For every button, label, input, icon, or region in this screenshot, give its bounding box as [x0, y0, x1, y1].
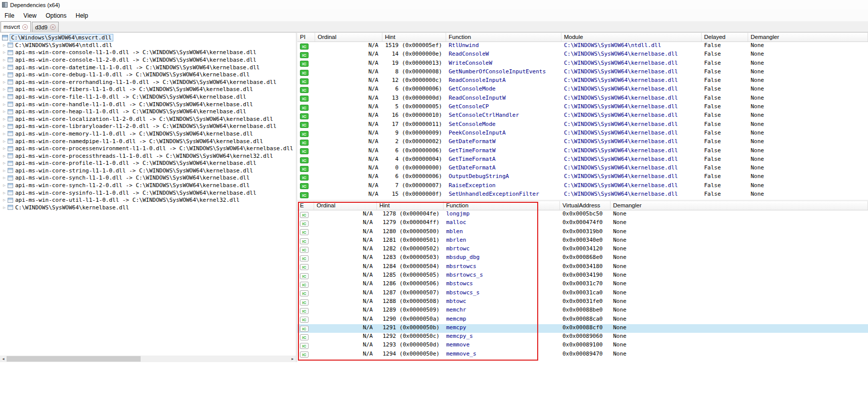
expander-icon[interactable]: ▷: [1, 58, 8, 62]
export-row[interactable]: ICN/A1287 (0x00000507)mbstowcs_s0x0x0003…: [297, 289, 868, 298]
expander-icon[interactable]: ▷: [1, 161, 8, 165]
import-row[interactable]: ICN/A19 (0x00000013)WriteConsoleWC:\WIND…: [297, 60, 868, 68]
tree-item[interactable]: ▷api-ms-win-core-datetime-l1-1-0.dll -> …: [0, 64, 296, 71]
expander-icon[interactable]: ▷: [1, 168, 8, 173]
tree-item[interactable]: ▷api-ms-win-core-handle-l1-1-0.dll -> C:…: [0, 101, 296, 108]
tree-item[interactable]: ▷C:\WINDOWS\SysWOW64\kernelbase.dll: [0, 204, 296, 211]
column-header-module[interactable]: Module: [561, 33, 702, 41]
tree-item[interactable]: ▷api-ms-win-core-string-l1-1-0.dll -> C:…: [0, 167, 296, 174]
import-row[interactable]: ICN/A5 (0x00000005)GetConsoleCPC:\WINDOW…: [297, 103, 868, 112]
tree-item[interactable]: ▷api-ms-win-core-namedpipe-l1-1-0.dll ->…: [0, 138, 296, 145]
expander-icon[interactable]: ▷: [1, 43, 8, 48]
column-header-ordinal[interactable]: Ordinal: [315, 33, 382, 41]
tree-item[interactable]: ▷api-ms-win-core-processthreads-l1-1-0.d…: [0, 152, 296, 160]
tree-item[interactable]: ▷api-ms-win-core-util-l1-1-0.dll -> C:\W…: [0, 196, 296, 204]
import-row[interactable]: ICN/A6 (0x00000006)OutputDebugStringAC:\…: [297, 173, 868, 182]
column-header-demangler[interactable]: Demangler: [748, 33, 868, 41]
tree-item[interactable]: ▷api-ms-win-core-debug-l1-1-0.dll -> C:\…: [0, 71, 296, 78]
export-row[interactable]: ICN/A1292 (0x0000050c)memcpy_s0x0x000890…: [297, 333, 868, 341]
tree-item[interactable]: ▷api-ms-win-core-memory-l1-1-0.dll -> C:…: [0, 130, 296, 138]
menu-item-help[interactable]: Help: [71, 10, 93, 21]
column-header-ordinal[interactable]: Ordinal: [314, 201, 377, 210]
expander-icon[interactable]: ▷: [1, 87, 8, 92]
import-row[interactable]: ICN/A15 (0x0000000f)SetUnhandledExceptio…: [297, 191, 868, 199]
tree-item[interactable]: ▷api-ms-win-core-heap-l1-1-0.dll -> C:\W…: [0, 108, 296, 115]
export-row[interactable]: ICN/A1281 (0x00000501)mbrlen0x0x000340e0…: [297, 237, 868, 245]
tree-item[interactable]: ▷api-ms-win-core-localization-l1-2-0.dll…: [0, 115, 296, 123]
expander-icon[interactable]: ▷: [1, 117, 8, 121]
import-row[interactable]: ICN/A6 (0x00000006)GetConsoleModeC:\WIND…: [297, 85, 868, 94]
column-header-function[interactable]: Function: [444, 201, 560, 210]
import-row[interactable]: ICN/A16 (0x00000010)SetConsoleCtrlHandle…: [297, 112, 868, 120]
menu-item-file[interactable]: File: [0, 10, 19, 21]
column-header-pi[interactable]: PI: [297, 33, 315, 41]
expander-icon[interactable]: ▷: [1, 80, 8, 84]
import-row[interactable]: ICN/A2 (0x00000002)GetDateFormatWC:\WIND…: [297, 138, 868, 147]
export-row[interactable]: ICN/A1285 (0x00000505)mbsrtowcs_s0x0x000…: [297, 272, 868, 280]
menu-item-view[interactable]: View: [19, 10, 41, 21]
tree-item[interactable]: ▷api-ms-win-core-fibers-l1-1-0.dll -> C:…: [0, 86, 296, 94]
export-row[interactable]: ICN/A1284 (0x00000504)mbsrtowcs0x0x00034…: [297, 263, 868, 272]
import-row[interactable]: ICN/A6 (0x00000006)GetTimeFormatWC:\WIND…: [297, 147, 868, 156]
column-header-hint[interactable]: Hint: [382, 33, 446, 41]
expander-icon[interactable]: ▷: [1, 72, 8, 77]
export-row[interactable]: ICN/A1291 (0x0000050b)memcpy0x0x00088cf0…: [297, 324, 868, 333]
tree-item[interactable]: ▷C:\WINDOWS\SysWOW64\ntdll.dll: [0, 41, 296, 49]
import-row[interactable]: ICN/A9 (0x00000009)PeekConsoleInputAC:\W…: [297, 129, 868, 138]
export-row[interactable]: ICN/A1290 (0x0000050a)memcmp0x0x00088ca0…: [297, 316, 868, 324]
tab-close-icon[interactable]: ×: [22, 24, 28, 30]
import-row[interactable]: ICN/A0 (0x00000000)GetDateFormatAC:\WIND…: [297, 164, 868, 173]
expander-icon[interactable]: ▷: [1, 205, 8, 210]
tree-item[interactable]: ▷api-ms-win-core-sysinfo-l1-1-0.dll -> C…: [0, 189, 296, 197]
expander-icon[interactable]: ▷: [1, 146, 8, 151]
export-row[interactable]: ICN/A1280 (0x00000500)mblen0x0x000319b0N…: [297, 228, 868, 237]
column-header-function[interactable]: Function: [446, 33, 561, 41]
tab-d3d9[interactable]: d3d9×: [32, 22, 58, 32]
expander-icon[interactable]: ▷: [1, 183, 8, 188]
tree-item[interactable]: ▷api-ms-win-core-synch-l1-2-0.dll -> C:\…: [0, 182, 296, 189]
export-row[interactable]: ICN/A1283 (0x00000503)mbsdup_dbg0x0x0008…: [297, 254, 868, 262]
export-row[interactable]: ICN/A1278 (0x000004fe)longjmp0x0x0005bc5…: [297, 210, 868, 219]
import-row[interactable]: ICN/A8 (0x00000008)GetNumberOfConsoleInp…: [297, 68, 868, 77]
expander-icon[interactable]: ▷: [1, 109, 8, 114]
expander-icon[interactable]: ▷: [1, 95, 8, 99]
column-header-virtualaddress[interactable]: VirtualAddress: [560, 201, 611, 210]
tree-horizontal-scrollbar[interactable]: ◄ ►: [0, 356, 296, 362]
export-row[interactable]: ICN/A1279 (0x000004ff)malloc0x0x000474f0…: [297, 219, 868, 228]
tree-item[interactable]: ▷api-ms-win-core-libraryloader-l1-2-0.dl…: [0, 123, 296, 130]
scrollbar-thumb[interactable]: [7, 356, 141, 362]
tab-msvcrt[interactable]: msvcrt×: [1, 21, 31, 32]
import-row[interactable]: ICN/A4 (0x00000004)GetTimeFormatAC:\WIND…: [297, 156, 868, 164]
column-header-e[interactable]: E: [297, 201, 314, 210]
column-header-demangler[interactable]: Demangler: [611, 201, 868, 210]
expander-icon[interactable]: ▷: [1, 154, 8, 158]
export-row[interactable]: ICN/A1282 (0x00000502)mbrtowc0x0x0003412…: [297, 245, 868, 254]
expander-icon[interactable]: ▷: [1, 191, 8, 195]
expander-icon[interactable]: ▷: [1, 198, 8, 202]
tree-root-item[interactable]: C:\Windows\SysWOW64\msvcrt.dll: [0, 34, 296, 41]
tree-item[interactable]: ▷api-ms-win-core-profile-l1-1-0.dll -> C…: [0, 160, 296, 167]
expander-icon[interactable]: ▷: [1, 124, 8, 128]
import-row[interactable]: ICN/A13 (0x0000000d)ReadConsoleInputWC:\…: [297, 95, 868, 103]
export-row[interactable]: ICN/A1294 (0x0000050e)memmove_s0x0x00089…: [297, 350, 868, 359]
import-row[interactable]: ICN/A1519 (0x000005ef)RtlUnwindC:\WINDOW…: [297, 42, 868, 51]
import-row[interactable]: ICN/A17 (0x00000011)SetConsoleModeC:\WIN…: [297, 121, 868, 129]
tree-item[interactable]: ▷api-ms-win-core-errorhandling-l1-1-0.dl…: [0, 78, 296, 86]
import-row[interactable]: ICN/A7 (0x00000007)RaiseExceptionC:\WIND…: [297, 182, 868, 191]
expander-icon[interactable]: ▷: [1, 131, 8, 136]
tree-item[interactable]: ▷api-ms-win-core-synch-l1-1-0.dll -> C:\…: [0, 174, 296, 182]
scroll-right-icon[interactable]: ►: [289, 356, 296, 362]
export-row[interactable]: ICN/A1293 (0x0000050d)memmove0x0x0008910…: [297, 341, 868, 350]
import-row[interactable]: ICN/A12 (0x0000000c)ReadConsoleInputAC:\…: [297, 77, 868, 85]
export-row[interactable]: ICN/A1288 (0x00000508)mbtowc0x0x00031fe0…: [297, 298, 868, 306]
tree-item[interactable]: ▷api-ms-win-core-console-l1-1-0.dll -> C…: [0, 49, 296, 57]
tree-item[interactable]: ▷api-ms-win-core-processenvironment-l1-1…: [0, 145, 296, 152]
tree-item[interactable]: ▷api-ms-win-core-file-l1-1-0.dll -> C:\W…: [0, 93, 296, 101]
column-header-hint[interactable]: Hint: [377, 201, 444, 210]
export-row[interactable]: ICN/A1286 (0x00000506)mbstowcs0x0x00031c…: [297, 280, 868, 289]
expander-icon[interactable]: ▷: [1, 65, 8, 70]
scroll-left-icon[interactable]: ◄: [0, 356, 7, 362]
column-header-delayed[interactable]: Delayed: [702, 33, 748, 41]
tab-close-icon[interactable]: ×: [50, 24, 56, 30]
expander-icon[interactable]: ▷: [1, 139, 8, 144]
